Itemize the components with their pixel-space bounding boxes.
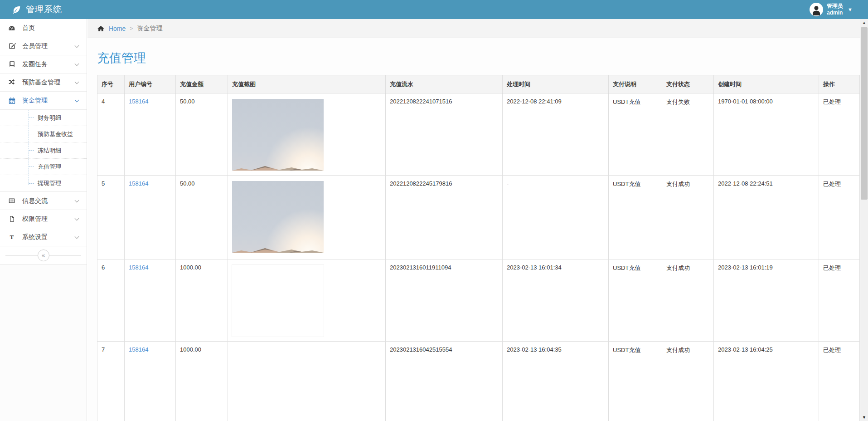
sidebar-subitem[interactable]: 提现管理: [0, 175, 87, 191]
sidebar-item-settings[interactable]: T系统设置: [0, 228, 87, 246]
user-id-link[interactable]: 158164: [129, 346, 148, 353]
recharge-screenshot-image[interactable]: [232, 99, 324, 171]
breadcrumb-current: 资金管理: [137, 24, 162, 33]
scroll-down-arrow-icon[interactable]: ▼: [860, 414, 868, 421]
top-header-bar: 管理系统 管理员 admin ▼: [0, 0, 868, 19]
user-id-link[interactable]: 158164: [129, 264, 148, 271]
cell-pay-desc: USDT充值: [609, 176, 662, 259]
sidebar-empty-area: [0, 264, 87, 421]
sidebar-item-label: 系统设置: [22, 233, 69, 241]
table-header-row: 序号用户编号充值金额充值截图充值流水处理时间支付说明支付状态创建时间操作: [97, 75, 860, 93]
sidebar-subitem-label: 提现管理: [38, 179, 61, 187]
recharge-screenshot-image[interactable]: [232, 347, 324, 419]
user-menu[interactable]: 管理员 admin ▼: [810, 3, 868, 16]
chevron-down-icon: [75, 234, 79, 239]
breadcrumb: Home > 资金管理: [87, 19, 868, 38]
book-icon: [7, 60, 16, 69]
cell-create-time: 2023-02-13 16:04:25: [714, 342, 819, 421]
table-row: 71581641000.0020230213160425155542023-02…: [97, 342, 860, 421]
cell-create-time: 1970-01-01 08:00:00: [714, 93, 819, 176]
user-id-link[interactable]: 158164: [129, 98, 148, 105]
sidebar-item-prevention-fund[interactable]: 预防基金管理: [0, 73, 87, 92]
cell-pay-status: 支付失败: [662, 93, 714, 176]
column-header: 处理时间: [503, 75, 609, 93]
chevron-down-icon: [75, 61, 79, 66]
scroll-up-arrow-icon[interactable]: ▲: [860, 19, 868, 26]
shuffle-icon: [7, 78, 16, 87]
sidebar-subitem-label: 冻结明细: [38, 147, 61, 155]
main-content: Home > 资金管理 充值管理 序号用户编号充值金额充值截图充值流水处理时间支…: [87, 19, 868, 421]
cell-process-time: 2022-12-08 22:41:09: [503, 93, 609, 176]
cell-pay-desc: USDT充值: [609, 342, 662, 421]
cell-create-time: 2022-12-08 22:24:51: [714, 176, 819, 259]
cell-operation: 已处理: [819, 342, 860, 421]
cell-pay-status: 支付成功: [662, 342, 714, 421]
cell-amount: 1000.00: [176, 259, 228, 342]
content-area: 充值管理 序号用户编号充值金额充值截图充值流水处理时间支付说明支付状态创建时间操…: [87, 38, 868, 421]
app-logo: 管理系统: [0, 4, 62, 15]
sidebar-item-funds[interactable]: 资金管理: [0, 92, 87, 110]
sidebar-item-members[interactable]: 会员管理: [0, 37, 87, 55]
sidebar-item-label: 首页: [22, 24, 79, 32]
recharge-screenshot-image[interactable]: [232, 181, 324, 253]
cell-serial: 2023021316042515554: [386, 342, 503, 421]
table-row: 515816450.002022120822245179816-USDT充值支付…: [97, 176, 860, 259]
breadcrumb-home-link[interactable]: Home: [109, 25, 126, 32]
sidebar-subitem[interactable]: 冻结明细: [0, 142, 87, 159]
edit-icon: [7, 42, 16, 50]
home-icon: [97, 25, 105, 32]
cell-pay-status: 支付成功: [662, 259, 714, 342]
column-header: 充值截图: [228, 75, 386, 93]
sidebar: 首页会员管理发圈任务预防基金管理资金管理财务明细预防基金收益冻结明细充值管理提现…: [0, 19, 87, 421]
sidebar-subitem-label: 财务明细: [38, 114, 61, 122]
sidebar-item-home[interactable]: 首页: [0, 19, 87, 37]
cell-user-id: 158164: [125, 342, 176, 421]
sidebar-item-label: 资金管理: [22, 97, 69, 105]
column-header: 操作: [819, 75, 860, 93]
cell-create-time: 2023-02-13 16:01:19: [714, 259, 819, 342]
cell-serial: 2023021316011911094: [386, 259, 503, 342]
sidebar-item-permissions[interactable]: 权限管理: [0, 210, 87, 228]
leaf-icon: [12, 5, 22, 15]
svg-text:T: T: [10, 234, 14, 240]
column-header: 创建时间: [714, 75, 819, 93]
sidebar-subitem[interactable]: 充值管理: [0, 159, 87, 175]
sidebar-item-messages[interactable]: 信息交流: [0, 192, 87, 210]
cell-amount: 1000.00: [176, 342, 228, 421]
cell-screenshot: [228, 342, 386, 421]
cell-no: 6: [97, 259, 125, 342]
user-label: 管理员 admin: [827, 3, 843, 16]
dashboard-icon: [7, 24, 16, 32]
sidebar-item-post-tasks[interactable]: 发圈任务: [0, 55, 87, 73]
sidebar-subitem[interactable]: 预防基金收益: [0, 126, 87, 142]
sidebar-subitem-label: 预防基金收益: [38, 130, 73, 138]
user-role: 管理员: [827, 3, 843, 9]
text-icon: T: [7, 233, 16, 241]
scrollbar-thumb[interactable]: [861, 27, 868, 200]
recharge-table: 序号用户编号充值金额充值截图充值流水处理时间支付说明支付状态创建时间操作 415…: [97, 75, 860, 421]
user-id-link[interactable]: 158164: [129, 180, 148, 187]
table-row: 61581641000.0020230213160119110942023-02…: [97, 259, 860, 342]
cell-screenshot: [228, 176, 386, 259]
vertical-scrollbar[interactable]: ▲ ▼: [860, 19, 868, 421]
recharge-screenshot-image[interactable]: [232, 265, 324, 337]
cell-no: 7: [97, 342, 125, 421]
column-header: 支付状态: [662, 75, 714, 93]
sidebar-item-label: 发圈任务: [22, 60, 69, 69]
sidebar-subitem[interactable]: 财务明细: [0, 110, 87, 126]
cell-serial: 2022120822241071516: [386, 93, 503, 176]
cell-screenshot: [228, 259, 386, 342]
cell-operation: 已处理: [819, 176, 860, 259]
cell-process-time: -: [503, 176, 609, 259]
calendar-icon: [7, 97, 16, 105]
cell-user-id: 158164: [125, 93, 176, 176]
list-icon: [7, 197, 16, 205]
breadcrumb-separator: >: [130, 25, 133, 32]
cell-pay-desc: USDT充值: [609, 93, 662, 176]
sidebar-item-label: 权限管理: [22, 215, 69, 223]
cell-no: 5: [97, 176, 125, 259]
column-header: 支付说明: [609, 75, 662, 93]
sidebar-collapse-row: «: [0, 246, 87, 264]
sidebar-collapse-button[interactable]: «: [38, 250, 49, 261]
sidebar-item-label: 信息交流: [22, 197, 69, 205]
